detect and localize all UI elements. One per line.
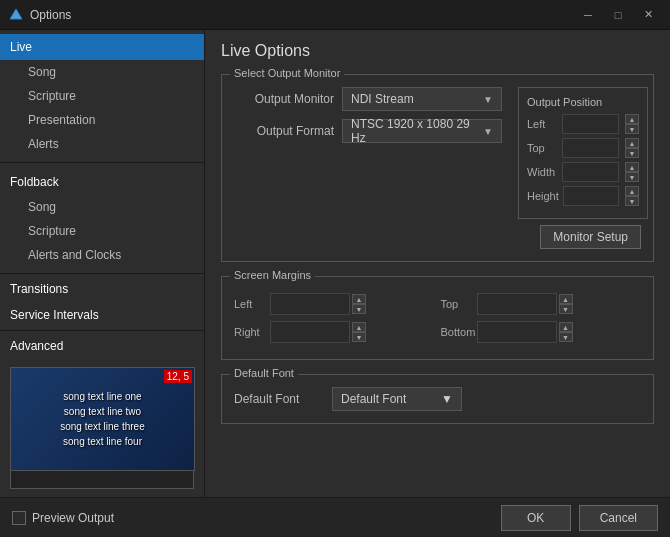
margin-bottom-wrap: ▲ ▼ [477,321,573,343]
pos-width-input[interactable] [562,162,619,182]
default-font-arrow: ▼ [441,392,453,406]
close-button[interactable]: ✕ [634,4,662,26]
pos-top-down[interactable]: ▼ [625,148,639,158]
bottom-actions: OK Cancel [501,505,658,531]
monitor-setup-button[interactable]: Monitor Setup [540,225,641,249]
sidebar-item-live[interactable]: Live [0,34,204,60]
window-title: Options [30,8,574,22]
sidebar-item-foldback-scripture[interactable]: Scripture [0,219,204,243]
pos-height-up[interactable]: ▲ [625,186,639,196]
margin-bottom-input[interactable] [477,321,557,343]
preview-output-label: Preview Output [32,511,114,525]
output-position-title: Output Position [527,96,639,108]
default-font-section-label: Default Font [230,367,298,379]
ok-button[interactable]: OK [501,505,571,531]
window-controls: ─ □ ✕ [574,4,662,26]
pos-height-row: Height ▲ ▼ [527,186,639,206]
pos-top-input[interactable] [562,138,619,158]
sidebar-item-advanced[interactable]: Advanced [0,333,204,359]
output-monitor-arrow: ▼ [483,94,493,105]
margin-bottom-label: Bottom [441,326,473,338]
pos-height-label: Height [527,190,559,202]
sidebar-item-transitions[interactable]: Transitions [0,276,204,302]
minimize-button[interactable]: ─ [574,4,602,26]
margin-right-label: Right [234,326,266,338]
pos-width-down[interactable]: ▼ [625,172,639,182]
margin-right-spinners: ▲ ▼ [352,322,366,342]
pos-left-spinners: ▲ ▼ [625,114,639,134]
preview-output-wrap: Preview Output [12,511,114,525]
output-format-value: NTSC 1920 x 1080 29 Hz [351,117,477,145]
pos-left-down[interactable]: ▼ [625,124,639,134]
pos-height-down[interactable]: ▼ [625,196,639,206]
output-format-row: Output Format NTSC 1920 x 1080 29 Hz ▼ [234,119,502,143]
margin-top-label: Top [441,298,473,310]
margin-bottom-up[interactable]: ▲ [559,322,573,332]
margin-top-spinners: ▲ ▼ [559,294,573,314]
sidebar-item-alerts[interactable]: Alerts [0,132,204,156]
divider-1 [0,162,204,163]
preview-output-checkbox[interactable] [12,511,26,525]
sidebar-item-song[interactable]: Song [0,60,204,84]
margin-right-up[interactable]: ▲ [352,322,366,332]
margin-top-item: Top ▲ ▼ [441,293,642,315]
pos-height-input[interactable] [563,186,619,206]
preview-line-3: song text line three [60,419,145,434]
pos-left-up[interactable]: ▲ [625,114,639,124]
pos-height-spinners: ▲ ▼ [625,186,639,206]
sidebar-item-service-intervals[interactable]: Service Intervals [0,302,204,328]
output-monitor-select[interactable]: NDI Stream ▼ [342,87,502,111]
screen-margins-label: Screen Margins [230,269,315,281]
pos-left-input[interactable] [562,114,619,134]
default-font-select[interactable]: Default Font ▼ [332,387,462,411]
monitor-fields: Output Monitor NDI Stream ▼ Output Forma… [234,87,502,143]
margin-right-item: Right ▲ ▼ [234,321,435,343]
margin-top-down[interactable]: ▼ [559,304,573,314]
maximize-button[interactable]: □ [604,4,632,26]
divider-3 [0,330,204,331]
margin-left-input[interactable] [270,293,350,315]
margin-right-input[interactable] [270,321,350,343]
output-monitor-label: Output Monitor [234,92,334,106]
pos-width-spinners: ▲ ▼ [625,162,639,182]
sidebar-item-presentation[interactable]: Presentation [0,108,204,132]
select-output-monitor-label: Select Output Monitor [230,67,344,79]
svg-marker-0 [10,9,22,19]
sidebar-item-foldback-alerts[interactable]: Alerts and Clocks [0,243,204,267]
cancel-button[interactable]: Cancel [579,505,658,531]
margin-right-down[interactable]: ▼ [352,332,366,342]
margin-left-spinners: ▲ ▼ [352,294,366,314]
margin-top-wrap: ▲ ▼ [477,293,573,315]
margins-grid: Left ▲ ▼ Top ▲ ▼ [234,289,641,347]
margin-top-up[interactable]: ▲ [559,294,573,304]
margin-bottom-spinners: ▲ ▼ [559,322,573,342]
default-font-row: Default Font Default Font ▼ [234,387,641,411]
main-layout: Live Song Scripture Presentation Alerts … [0,30,670,537]
output-monitor-value: NDI Stream [351,92,414,106]
live-section: Live Song Scripture Presentation Alerts [0,30,204,160]
preview-footer [10,471,194,489]
output-monitor-row: Output Monitor NDI Stream ▼ [234,87,502,111]
margin-bottom-item: Bottom ▲ ▼ [441,321,642,343]
bottom-bar: Preview Output OK Cancel [0,497,670,537]
pos-top-up[interactable]: ▲ [625,138,639,148]
output-format-select[interactable]: NTSC 1920 x 1080 29 Hz ▼ [342,119,502,143]
margin-left-label: Left [234,298,266,310]
margin-left-up[interactable]: ▲ [352,294,366,304]
pos-width-row: Width ▲ ▼ [527,162,639,182]
foldback-section: Foldback Song Scripture Alerts and Clock… [0,165,204,271]
titlebar: Options ─ □ ✕ [0,0,670,30]
margin-bottom-down[interactable]: ▼ [559,332,573,342]
default-font-label: Default Font [234,392,324,406]
output-position-panel: Output Position Left ▲ ▼ Top ▲ [518,87,648,219]
preview-text: song text line one song text line two so… [60,389,145,449]
sidebar: Live Song Scripture Presentation Alerts … [0,30,205,537]
preview-line-2: song text line two [60,404,145,419]
monitor-rows: Output Monitor NDI Stream ▼ Output Forma… [234,87,641,219]
pos-width-up[interactable]: ▲ [625,162,639,172]
sidebar-item-foldback[interactable]: Foldback [0,169,204,195]
margin-top-input[interactable] [477,293,557,315]
sidebar-item-foldback-song[interactable]: Song [0,195,204,219]
sidebar-item-scripture[interactable]: Scripture [0,84,204,108]
margin-left-down[interactable]: ▼ [352,304,366,314]
